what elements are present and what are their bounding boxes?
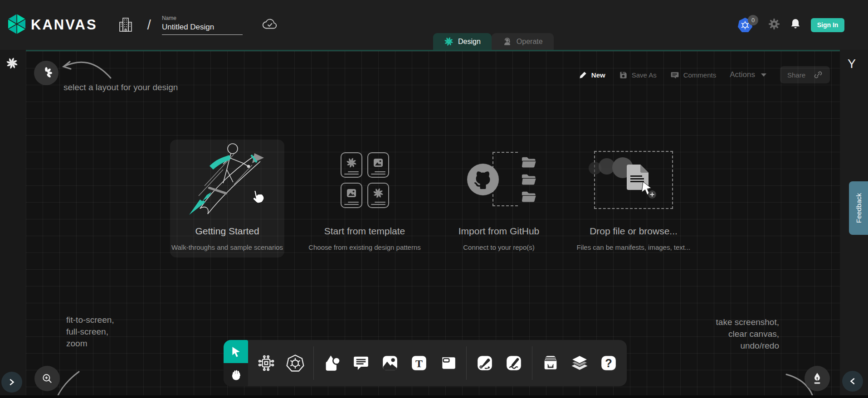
zoom-hint-text: fit-to-screen, full-screen, zoom [66,314,114,349]
freehand-draw-tool-button[interactable] [499,340,528,386]
hint-line: take screenshot, [716,316,779,328]
components-tool-button[interactable] [252,340,281,386]
utilities-hint-text: take screenshot, clear canvas, undo/redo [716,316,779,352]
meshery-swirl-icon[interactable] [6,57,18,71]
notifications-count-badge: 0 [748,15,758,25]
layers-tool-button[interactable] [565,340,594,386]
workspace: Y select a layout for your design New [0,50,868,398]
design-name-field: Name [162,15,243,35]
comments-button[interactable]: Comments [670,71,717,79]
save-as-label: Save As [632,71,657,79]
card-drop-file[interactable]: Drop file or browse... Files can be mani… [584,140,683,251]
drawer-tool-button[interactable] [536,340,565,386]
tools-dock: T [224,340,627,386]
select-tool-button[interactable] [224,340,248,363]
sticky-note-tool-button[interactable] [434,340,463,386]
organization-building-icon[interactable] [117,15,134,35]
drawer-icon [541,354,560,372]
hint-line: fit-to-screen, [66,314,114,326]
layout-select-button[interactable] [34,61,59,85]
zoom-controls-button[interactable] [34,366,60,391]
save-floppy-icon [619,71,628,79]
tab-design[interactable]: Design [433,33,492,50]
bell-icon[interactable] [790,18,801,32]
card-subtitle: Connect to your repo(s) [463,243,535,251]
card-import-from-github[interactable]: Import from GitHub Connect to your repo(… [450,140,547,251]
pen-nib-icon [811,372,823,385]
cloud-synced-icon [262,18,278,32]
folder-icon [521,155,537,168]
meshery-swirl-icon [346,157,357,168]
sign-in-button[interactable]: Sign In [811,18,844,32]
image-tool-button[interactable] [375,340,405,386]
layer5-y-logo: Y [848,57,856,71]
help-tool-button[interactable]: ? [594,340,623,386]
text-tool-icon: T [410,354,428,372]
comment-tool-icon [352,354,370,372]
kubernetes-tool-button[interactable] [281,340,310,386]
sparkle-layout-icon [40,67,53,79]
feedback-label: Feedback [855,193,863,223]
image-tool-icon [381,354,399,372]
layout-hint-text: select a layout for your design [63,82,178,93]
hint-line: undo/redo [716,340,779,352]
svg-text:?: ? [605,357,612,369]
bottom-edge-divider [0,395,868,398]
comment-tool-button[interactable] [346,340,375,386]
hint-line: clear canvas, [716,328,779,340]
actions-dropdown[interactable]: Actions [730,70,766,79]
feedback-tab[interactable]: Feedback [849,181,868,235]
pen-tool-button[interactable] [470,340,499,386]
canvas-utilities-button[interactable] [805,366,830,391]
left-rail [0,50,26,398]
shapes-icon [323,354,341,372]
pan-tool-button[interactable] [224,363,248,386]
actions-label: Actions [730,70,755,79]
component-chip-icon [257,354,275,372]
hand-cursor [251,189,264,205]
card-getting-started[interactable]: Getting Started Walk-throughs and sample… [170,140,284,257]
kubernetes-icon [286,354,305,373]
save-as-button[interactable]: Save As [619,71,657,79]
drop-zone[interactable] [594,151,673,209]
card-subtitle: Walk-throughs and sample scenarios [171,243,283,251]
tab-operate-label: Operate [517,38,543,46]
freehand-draw-icon [505,354,522,372]
new-label: New [591,71,605,79]
github-octocat-icon [466,163,500,196]
chevron-right-icon [9,379,15,385]
expand-left-panel-button[interactable] [1,372,22,393]
comments-icon [670,71,679,79]
design-name-input[interactable] [162,23,243,35]
card-subtitle: Choose from existing design patterns [308,243,421,251]
kubernetes-context-button[interactable]: 0 [737,16,758,34]
expand-right-panel-button[interactable] [842,371,863,392]
image-placeholder-icon [372,157,384,168]
canvas-actions-toolbar: New Save As Comments Actions Share [579,66,830,83]
hint-line: full-screen, [66,326,114,338]
image-placeholder-icon [346,188,357,199]
pencil-new-icon [579,71,587,79]
tab-design-label: Design [458,38,481,46]
card-start-from-template[interactable]: Start from template Choose from existing… [303,140,426,251]
chevron-left-icon [849,378,856,384]
meshery-swirl-icon [444,37,454,46]
folder-icon [521,173,537,185]
shapes-tool-button[interactable] [317,340,346,386]
drop-file-icon [623,163,661,202]
pan-hand-icon [230,369,242,381]
card-subtitle: Files can be manifests, images, text... [577,243,691,251]
hint-line: zoom [66,338,114,349]
share-button[interactable]: Share [780,66,830,83]
zoom-in-icon [41,373,53,384]
gear-icon[interactable] [768,18,780,32]
tab-operate[interactable]: Operate [492,33,554,50]
new-button[interactable]: New [579,71,605,79]
sticky-note-icon [439,354,457,372]
help-icon: ? [600,354,617,372]
kanvas-hexagon-logo[interactable] [6,13,27,37]
name-label: Name [162,15,243,21]
chevron-down-icon [761,73,766,77]
text-tool-button[interactable]: T [405,340,434,386]
comments-label: Comments [683,71,717,79]
